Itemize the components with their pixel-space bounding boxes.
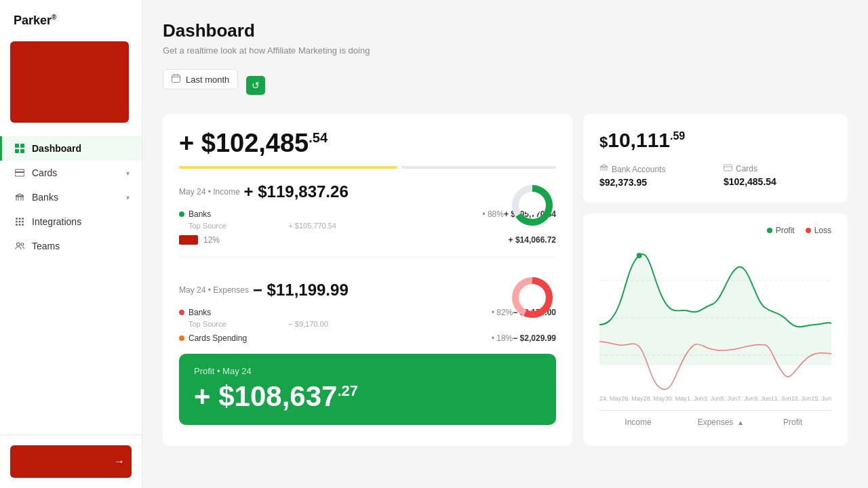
sidebar: Parker® Dashboard Cards ▾ Banks ▾ xyxy=(0,0,142,488)
tab-profit-label: Profit xyxy=(783,418,802,427)
profit-loss-chart xyxy=(599,243,831,392)
bank-accounts-label: Bank Accounts xyxy=(599,164,707,174)
bank-accounts-value: $92,373.95 xyxy=(599,177,707,188)
svg-point-8 xyxy=(22,218,24,220)
x-label: 30. May xyxy=(665,395,687,402)
sidebar-nav: Dashboard Cards ▾ Banks ▾ Integrations xyxy=(0,136,142,434)
income-cents: .54 xyxy=(309,130,328,145)
source-item-banks-expense: Banks • 82% − $9,170.00 xyxy=(179,308,556,317)
sidebar-item-banks[interactable]: Banks ▾ xyxy=(0,185,142,209)
dashboard-cards-row: + $102,485.54 May 24 • Income + $119,837… xyxy=(163,114,848,446)
svg-point-16 xyxy=(21,243,24,246)
sidebar-item-label: Teams xyxy=(32,241,130,251)
svg-point-11 xyxy=(22,221,24,223)
x-label: 15. Jun xyxy=(811,395,831,402)
summary-breakdown-row: Bank Accounts $92,373.95 Cards $102,485.… xyxy=(599,164,831,188)
sidebar-item-teams[interactable]: Teams xyxy=(0,234,142,258)
sidebar-banner-image xyxy=(10,41,129,123)
date-filter-label: Last month xyxy=(186,75,229,85)
svg-point-13 xyxy=(19,224,21,226)
svg-point-7 xyxy=(19,218,21,220)
chevron-down-icon: ▾ xyxy=(126,194,130,201)
expenses-source-list: Banks • 82% − $9,170.00 Top Source − $9,… xyxy=(179,308,556,343)
summary-total: $10,111.59 xyxy=(599,129,831,152)
svg-point-9 xyxy=(16,221,18,223)
arrow-right-icon: → xyxy=(114,455,125,468)
expenses-section: May 24 • Expenses − $11,199.99 Banks xyxy=(179,257,556,343)
sidebar-item-label: Cards xyxy=(32,167,126,178)
bank-icon-small xyxy=(599,164,608,174)
summary-dollar: $ xyxy=(599,134,608,150)
svg-point-26 xyxy=(523,288,542,307)
svg-rect-3 xyxy=(20,149,24,153)
cards-value: $102,485.54 xyxy=(724,176,831,187)
x-label: 11. Jun xyxy=(771,395,791,402)
app-superscript: ® xyxy=(52,14,56,21)
source-item-cards-expense: Cards Spending • 18% − $2,029.99 xyxy=(179,333,556,343)
x-label: 13. Jun xyxy=(791,395,812,402)
tab-profit[interactable]: Profit xyxy=(754,411,831,434)
sidebar-item-cards[interactable]: Cards ▾ xyxy=(0,161,142,185)
tab-expenses-label: Expenses xyxy=(698,418,734,427)
source-box-red xyxy=(179,235,198,245)
chevron-down-icon: ▾ xyxy=(126,169,130,177)
profit-main: 108,637 xyxy=(235,380,338,412)
right-panel: $10,111.59 Bank Accounts $92,373.95 xyxy=(583,114,848,446)
card-icon-small xyxy=(724,164,732,174)
sidebar-item-dashboard[interactable]: Dashboard xyxy=(0,136,142,161)
profit-card: Profit • May 24 + $108,637.27 xyxy=(179,354,556,425)
source-pct: 12% xyxy=(203,235,220,245)
credit-card-icon xyxy=(14,167,25,178)
source-name: Cards Spending xyxy=(189,333,490,343)
source-item-banks-income: Banks • 88% + $105,770.54 xyxy=(179,209,556,219)
refresh-button[interactable]: ↺ xyxy=(246,76,265,95)
date-filter[interactable]: Last month xyxy=(163,69,238,89)
svg-point-15 xyxy=(17,243,20,246)
x-label: 26. May xyxy=(621,395,643,402)
profit-amount: + $108,637.27 xyxy=(194,380,541,413)
summary-cards: Cards $102,485.54 xyxy=(724,164,831,188)
chart-card: Profit Loss xyxy=(583,214,848,446)
chart-peak-dot xyxy=(637,253,642,258)
source-value: + $14,066.72 xyxy=(509,235,556,245)
source-value: − $2,029.99 xyxy=(513,333,556,343)
source-name: Banks xyxy=(189,308,490,317)
profit-prefix: + $ xyxy=(194,380,235,412)
tab-income[interactable]: Income xyxy=(599,411,677,434)
expenses-section-header: May 24 • Expenses − $11,199.99 xyxy=(179,281,556,300)
legend-profit-label: Profit xyxy=(776,226,795,235)
profit-cents: .27 xyxy=(337,382,358,399)
refresh-icon: ↺ xyxy=(252,80,260,91)
bar-empty xyxy=(401,166,556,169)
income-card: + $102,485.54 May 24 • Income + $119,837… xyxy=(163,114,572,446)
income-prefix: + $ xyxy=(179,129,216,157)
sidebar-item-integrations[interactable]: Integrations xyxy=(0,209,142,234)
tab-income-label: Income xyxy=(625,418,651,427)
source-pct: • 18% xyxy=(492,333,513,343)
svg-point-12 xyxy=(16,224,18,226)
svg-point-23 xyxy=(523,196,542,215)
sidebar-bottom-button[interactable]: → xyxy=(10,445,132,478)
chevron-up-icon: ▲ xyxy=(737,419,744,426)
tab-expenses[interactable]: Expenses ▲ xyxy=(677,411,754,434)
source-sub-banks-exp: Top Source − $9,170.00 xyxy=(189,320,556,328)
summary-card: $10,111.59 Bank Accounts $92,373.95 xyxy=(583,114,848,203)
page-title: Dashboard xyxy=(163,20,848,41)
x-label: 24. May xyxy=(599,395,621,402)
sidebar-item-label: Dashboard xyxy=(32,143,130,154)
svg-rect-2 xyxy=(15,149,19,153)
legend-loss-label: Loss xyxy=(814,226,831,235)
app-logo: Parker® xyxy=(0,0,142,35)
legend-loss: Loss xyxy=(806,226,831,235)
sidebar-bottom: → xyxy=(0,434,142,488)
svg-rect-17 xyxy=(172,75,180,83)
expenses-section-amount: − $11,199.99 xyxy=(253,281,349,300)
income-main: 102,485 xyxy=(216,129,309,157)
svg-rect-0 xyxy=(15,144,19,148)
calendar-icon xyxy=(172,74,180,85)
profit-label: Profit • May 24 xyxy=(194,366,541,376)
x-label: 7. Jun xyxy=(737,395,754,402)
source-name: Banks xyxy=(189,209,481,219)
legend-loss-dot xyxy=(806,228,811,233)
dots-grid-icon xyxy=(14,216,25,227)
